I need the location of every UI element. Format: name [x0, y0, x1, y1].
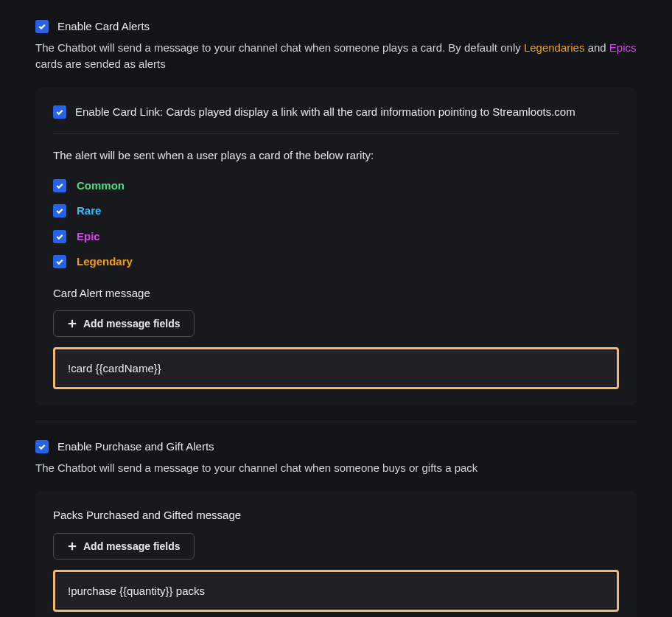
- check-icon: [55, 181, 64, 190]
- purchase-alert-message-input[interactable]: [57, 574, 615, 608]
- enable-purchase-alerts-label: Enable Purchase and Gift Alerts: [57, 439, 214, 456]
- card-alert-message-label: Card Alert message: [53, 285, 619, 302]
- rarity-list: Common Rare Epic: [53, 178, 619, 271]
- divider: [53, 133, 619, 134]
- plus-icon: [67, 541, 77, 551]
- card-alert-input-wrap: [53, 347, 619, 389]
- rarity-rare-checkbox[interactable]: [53, 204, 66, 217]
- rarity-epic-label: Epic: [77, 229, 100, 245]
- check-icon: [55, 206, 64, 215]
- rarity-rare-label: Rare: [77, 203, 101, 220]
- plus-icon: [67, 318, 77, 329]
- epics-text: Epics: [609, 41, 637, 54]
- add-message-fields-label-purchase: Add message fields: [83, 540, 181, 552]
- add-message-fields-button[interactable]: Add message fields: [53, 310, 195, 337]
- purchase-alert-input-wrap: [53, 570, 619, 612]
- rarity-epic-checkbox[interactable]: [53, 230, 66, 243]
- enable-card-alerts-checkbox[interactable]: [35, 20, 49, 33]
- rarity-legendary-label: Legendary: [77, 254, 133, 271]
- legendaries-text: Legendaries: [524, 41, 585, 54]
- rarity-intro-text: The alert will be sent when a user plays…: [53, 147, 619, 164]
- check-icon: [55, 232, 64, 241]
- check-icon: [55, 108, 64, 116]
- add-message-fields-button-purchase[interactable]: Add message fields: [53, 533, 195, 560]
- purchase-alerts-description: The Chatbot will send a message to your …: [35, 460, 637, 477]
- packs-message-label: Packs Purchased and Gifted message: [53, 507, 619, 524]
- rarity-legendary-checkbox[interactable]: [53, 255, 66, 268]
- card-alerts-description: The Chatbot will send a message to your …: [35, 40, 637, 73]
- enable-purchase-alerts-checkbox[interactable]: [35, 440, 49, 453]
- enable-card-link-label: Enable Card Link: Cards played display a…: [75, 104, 575, 121]
- check-icon: [55, 257, 64, 266]
- add-message-fields-label: Add message fields: [83, 318, 181, 330]
- enable-card-alerts-label: Enable Card Alerts: [57, 18, 150, 35]
- card-alerts-panel: Enable Card Link: Cards played display a…: [35, 88, 637, 406]
- check-icon: [38, 442, 46, 451]
- section-divider: [35, 422, 637, 422]
- rarity-common-label: Common: [77, 178, 125, 195]
- check-icon: [38, 22, 46, 31]
- enable-card-link-checkbox[interactable]: [53, 105, 66, 119]
- purchase-alerts-panel: Packs Purchased and Gifted message Add m…: [35, 491, 637, 617]
- rarity-common-checkbox[interactable]: [53, 179, 66, 192]
- card-alert-message-input[interactable]: [57, 351, 615, 386]
